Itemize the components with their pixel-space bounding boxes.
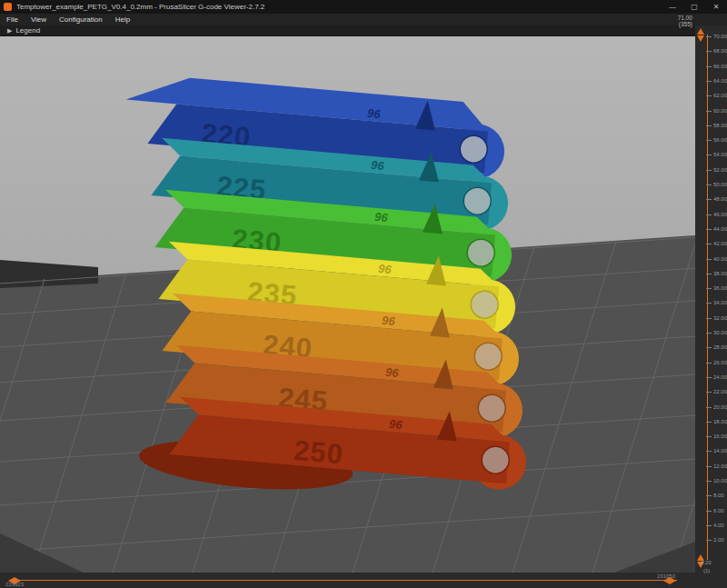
ruler-tick <box>706 363 712 364</box>
horizontal-slider-max-label: 231050 <box>657 573 675 579</box>
ruler-tick-label: 38.00 <box>713 271 727 277</box>
ruler-tick <box>706 66 712 67</box>
ruler-tick <box>706 303 712 304</box>
legend-collapse-icon[interactable]: ▶ <box>7 27 12 35</box>
ruler-tick-label: 6.00 <box>713 508 724 514</box>
menu-file[interactable]: File <box>0 14 25 25</box>
temperature-label: 250 <box>293 434 345 471</box>
tower-logo-text: 96 <box>378 262 393 276</box>
ruler-tick <box>706 495 712 496</box>
ruler-tick-label: 56.00 <box>713 137 727 144</box>
tower-logo-text: 96 <box>371 158 385 173</box>
ruler-tick <box>706 422 712 423</box>
ruler-tick-label: 52.00 <box>713 167 727 174</box>
ruler-tick <box>706 466 712 467</box>
ruler-tick-label: 32.00 <box>713 315 727 322</box>
ruler-tick-label: 64.00 <box>713 78 727 85</box>
ruler-tick-label: 40.00 <box>713 256 727 263</box>
ruler-tick <box>706 81 712 82</box>
tower-logo-text: 96 <box>367 106 382 121</box>
ruler-tick-label: 58.00 <box>713 123 727 129</box>
ruler-tick-label: 50.00 <box>713 182 727 188</box>
ruler-tick-label: 36.00 <box>713 285 727 292</box>
ruler-tick-label: 10.00 <box>713 478 727 484</box>
ruler-tick-label: 28.00 <box>713 344 727 351</box>
ruler-tick <box>706 244 712 244</box>
minimize-button[interactable]: — <box>662 0 683 14</box>
vertical-slider-min-value: 0.20 <box>701 560 712 565</box>
gcode-viewer-window: Temptower_example_PETG_V0.4_0.2mm - Prus… <box>0 0 727 588</box>
ruler-tick <box>706 511 712 512</box>
current-layer-readout: 71.00 (355) <box>678 15 692 27</box>
ruler-tick-label: 20.00 <box>713 404 727 411</box>
close-button[interactable]: ✕ <box>705 0 727 14</box>
ruler-tick <box>706 229 712 230</box>
ruler-tick-label: 2.00 <box>713 537 724 543</box>
ruler-tick-label: 48.00 <box>713 196 727 203</box>
menu-help[interactable]: Help <box>109 14 136 25</box>
ruler-tick-label: 22.00 <box>713 389 727 395</box>
ruler-tick-label: 68.00 <box>713 48 727 55</box>
prusaslicer-app-icon <box>4 3 12 11</box>
ruler-tick-label: 34.00 <box>713 300 727 306</box>
ruler-tick-label: 8.00 <box>713 493 724 499</box>
legend-label[interactable]: Legend <box>15 26 40 35</box>
ruler-tick-label: 30.00 <box>713 330 727 336</box>
menu-bar: File View Configuration Help <box>0 14 727 25</box>
ruler-tick <box>706 259 712 260</box>
ruler-tick <box>706 407 712 408</box>
ruler-tick <box>706 347 712 348</box>
ruler-tick-label: 18.00 <box>713 419 727 425</box>
ruler-tick-label: 42.00 <box>713 241 727 247</box>
ruler-tick-label: 16.00 <box>713 434 727 440</box>
ruler-tick <box>706 170 712 171</box>
ruler-tick <box>706 199 712 200</box>
ruler-tick-label: 46.00 <box>713 212 727 218</box>
ruler-tick <box>706 451 712 452</box>
ruler-tick <box>706 125 712 126</box>
horizontal-slider-track[interactable] <box>15 580 677 581</box>
ruler-tick <box>706 288 712 289</box>
horizontal-moves-slider[interactable]: 229923 231050 <box>0 573 695 588</box>
ruler-tick <box>706 540 712 541</box>
ruler-tick <box>706 318 712 319</box>
ruler-tick <box>706 36 712 37</box>
ruler-tick-label: 4.00 <box>713 523 724 529</box>
ruler-tick-label: 70.00 <box>713 34 727 40</box>
ruler-tick <box>706 392 712 393</box>
ruler-tick-label: 24.00 <box>713 374 727 381</box>
ruler-tick <box>706 333 712 334</box>
window-title: Temptower_example_PETG_V0.4_0.2mm - Prus… <box>16 3 662 11</box>
tower-logo-text: 96 <box>389 417 403 432</box>
vertical-slider-min-index: (1) <box>703 568 710 573</box>
ruler-tick <box>706 214 712 215</box>
ruler-tick <box>706 274 712 274</box>
3d-viewport[interactable]: 96220962259623096235962409624596250 <box>0 36 695 573</box>
current-layer-height: 71.00 <box>678 15 692 21</box>
vertical-slider-handle-top-arrow[interactable] <box>697 35 704 42</box>
tower-logo-text: 96 <box>374 210 389 224</box>
ruler-tick-label: 66.00 <box>713 64 727 70</box>
ruler-tick <box>706 154 712 155</box>
gcode-preview-canvas[interactable]: 96220962259623096235962409624596250 <box>0 36 695 573</box>
ruler-tick <box>706 436 712 437</box>
ruler-tick <box>706 51 712 52</box>
vertical-slider-handle-top[interactable] <box>697 28 704 35</box>
ruler-tick <box>706 184 712 185</box>
ruler-tick-label: 44.00 <box>713 226 727 233</box>
ruler-tick-label: 62.00 <box>713 93 727 99</box>
maximize-button[interactable]: ▢ <box>683 0 705 14</box>
ruler-tick <box>706 111 712 112</box>
current-layer-index: (355) <box>678 21 692 27</box>
ruler-tick <box>706 140 712 141</box>
ruler-tick-label: 12.00 <box>713 463 727 470</box>
ruler-tick <box>706 481 712 482</box>
ruler-tick <box>706 525 712 526</box>
vertical-layer-slider[interactable]: 70.0068.0066.0064.0062.0060.0058.0056.00… <box>695 25 727 588</box>
menu-configuration[interactable]: Configuration <box>53 14 109 25</box>
menu-view[interactable]: View <box>25 14 53 25</box>
tower-logo-text: 96 <box>382 314 396 328</box>
ruler-tick <box>706 95 712 96</box>
ruler-tick-label: 26.00 <box>713 360 727 366</box>
ruler-tick-label: 54.00 <box>713 152 727 158</box>
